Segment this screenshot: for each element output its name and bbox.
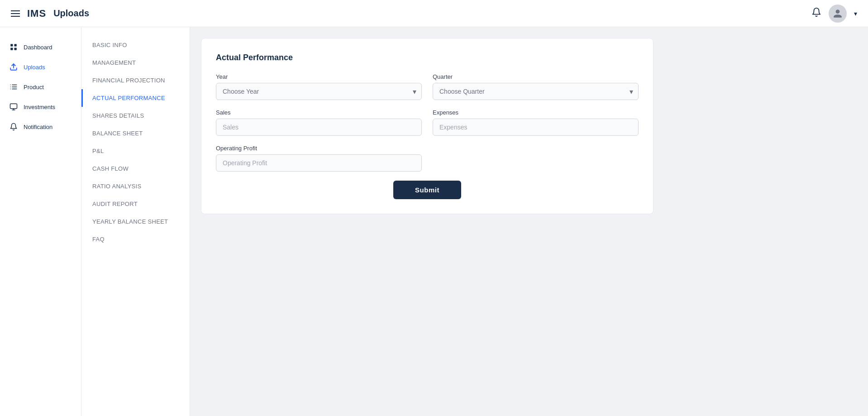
quarter-select[interactable]: Choose Quarter Q1 Q2 Q3 Q4: [433, 83, 639, 100]
dashboard-icon: [9, 43, 18, 52]
sidebar-label-uploads: Uploads: [24, 64, 45, 71]
sales-expenses-row: Sales Expenses: [216, 109, 639, 136]
notification-sidebar-icon: [9, 122, 18, 131]
sub-sidebar-item-cash-flow[interactable]: CASH FLOW: [81, 160, 190, 177]
expenses-label: Expenses: [433, 109, 639, 116]
sales-label: Sales: [216, 109, 422, 116]
sub-sidebar-item-basic-info[interactable]: BASIC INFO: [81, 36, 190, 54]
sidebar-item-notification[interactable]: Notification: [0, 118, 81, 136]
sidebar: Dashboard Uploads: [0, 27, 81, 416]
sub-sidebar-item-actual-performance[interactable]: ACTUAL PERFORMANCE: [81, 89, 190, 107]
bell-icon[interactable]: [811, 7, 821, 19]
sub-sidebar: BASIC INFO MANAGEMENT FINANCIAL PROJECTI…: [81, 27, 190, 416]
avatar[interactable]: [829, 5, 847, 23]
svg-rect-0: [10, 44, 13, 46]
product-icon: [9, 82, 18, 91]
sidebar-item-dashboard[interactable]: Dashboard: [0, 38, 81, 56]
sidebar-label-notification: Notification: [24, 124, 52, 130]
operating-profit-group: Operating Profit: [216, 145, 422, 172]
expenses-group: Expenses: [433, 109, 639, 136]
sales-input[interactable]: [216, 119, 422, 136]
top-header: IMS Uploads ▾: [0, 0, 868, 27]
sub-sidebar-item-shares-details[interactable]: SHARES DETAILS: [81, 107, 190, 124]
form-card: Actual Performance Year Choose Year 2020…: [201, 38, 653, 214]
year-label: Year: [216, 73, 422, 80]
logo: IMS: [27, 8, 46, 19]
submit-button[interactable]: Submit: [393, 181, 461, 199]
main-content: Actual Performance Year Choose Year 2020…: [190, 27, 868, 416]
header-right: ▾: [811, 5, 857, 23]
year-select-wrapper: Choose Year 2020 2021 2022 2023 2024: [216, 83, 422, 100]
expenses-input[interactable]: [433, 119, 639, 136]
svg-rect-3: [14, 48, 17, 50]
sidebar-item-product[interactable]: Product: [0, 78, 81, 96]
quarter-select-wrapper: Choose Quarter Q1 Q2 Q3 Q4: [433, 83, 639, 100]
sub-sidebar-item-management[interactable]: MANAGEMENT: [81, 54, 190, 72]
operating-profit-input[interactable]: [216, 154, 422, 172]
sidebar-item-uploads[interactable]: Uploads: [0, 58, 81, 76]
sales-group: Sales: [216, 109, 422, 136]
header-left: IMS Uploads: [11, 8, 89, 19]
sub-sidebar-item-audit-report[interactable]: AUDIT REPORT: [81, 195, 190, 213]
year-quarter-row: Year Choose Year 2020 2021 2022 2023 202…: [216, 73, 639, 100]
app-body: Dashboard Uploads: [0, 27, 868, 416]
svg-rect-2: [10, 48, 13, 50]
sub-sidebar-item-pl[interactable]: P&L: [81, 142, 190, 160]
form-title: Actual Performance: [216, 53, 639, 62]
chevron-down-icon[interactable]: ▾: [854, 10, 857, 17]
sub-sidebar-item-faq[interactable]: FAQ: [81, 230, 190, 248]
year-group: Year Choose Year 2020 2021 2022 2023 202…: [216, 73, 422, 100]
submit-row: Submit: [216, 181, 639, 199]
svg-rect-11: [10, 104, 17, 109]
quarter-label: Quarter: [433, 73, 639, 80]
hamburger-icon[interactable]: [11, 10, 20, 17]
sub-sidebar-item-financial-projection[interactable]: FINANCIAL PROJECTION: [81, 72, 190, 89]
page-title: Uploads: [53, 8, 89, 19]
sub-sidebar-item-balance-sheet[interactable]: BALANCE SHEET: [81, 124, 190, 142]
sidebar-label-dashboard: Dashboard: [24, 44, 52, 51]
sidebar-label-product: Product: [24, 84, 44, 91]
svg-rect-1: [14, 44, 17, 46]
quarter-group: Quarter Choose Quarter Q1 Q2 Q3 Q4: [433, 73, 639, 100]
operating-profit-row: Operating Profit: [216, 145, 639, 172]
sub-sidebar-item-yearly-balance-sheet[interactable]: YEARLY BALANCE SHEET: [81, 213, 190, 230]
sidebar-label-investments: Investments: [24, 104, 55, 110]
sub-sidebar-item-ratio-analysis[interactable]: RATIO ANALYSIS: [81, 177, 190, 195]
investments-icon: [9, 102, 18, 111]
year-select[interactable]: Choose Year 2020 2021 2022 2023 2024: [216, 83, 422, 100]
sidebar-item-investments[interactable]: Investments: [0, 98, 81, 116]
operating-profit-label: Operating Profit: [216, 145, 422, 152]
upload-icon: [9, 62, 18, 72]
